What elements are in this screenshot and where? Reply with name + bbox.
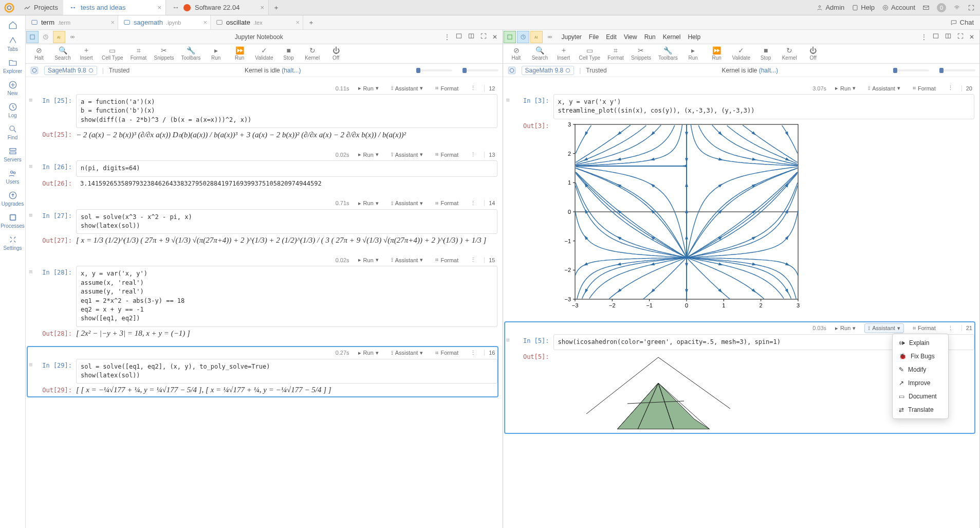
cell-more[interactable]: ⋮	[945, 84, 956, 93]
cell-format-btn[interactable]: ⌗ Format	[432, 348, 462, 358]
close-icon[interactable]: ×	[295, 19, 300, 26]
cell-run-btn[interactable]: ▸ Run ▾	[355, 198, 382, 208]
cell-run-btn[interactable]: ▸ Run ▾	[831, 323, 859, 333]
cell-run-btn[interactable]: ▸ Run ▾	[355, 150, 382, 159]
mode-chip-2[interactable]	[40, 31, 52, 43]
fullscreen-icon[interactable]	[968, 4, 975, 11]
tb-off[interactable]: ⏻Off	[326, 45, 346, 62]
more-icon[interactable]: ⋮	[443, 32, 451, 42]
layout-split-icon[interactable]	[944, 31, 953, 42]
add-project-tab[interactable]: ＋	[269, 3, 284, 12]
layout-split-icon[interactable]	[467, 31, 476, 42]
cell-assistant-btn[interactable]: ⟟ Assistant ▾	[864, 83, 904, 93]
file-tab-sagemath[interactable]: sagemath.ipynb ×	[118, 15, 211, 29]
project-tab-software[interactable]: Software 22.04 ×	[166, 0, 269, 15]
mode-chip-3[interactable]: AI	[53, 31, 65, 43]
close-pane-icon[interactable]: ✕	[491, 32, 498, 42]
expand-icon[interactable]	[956, 31, 965, 42]
cell-assistant-btn[interactable]: ⟟ Assistant ▾	[387, 348, 427, 358]
rail-settings[interactable]: Settings	[0, 233, 25, 253]
cell-run-btn[interactable]: ▸ Run ▾	[355, 83, 382, 93]
menu-file[interactable]: File	[589, 33, 599, 41]
mode-chip-4[interactable]	[544, 31, 556, 43]
cell-drag-handle[interactable]: ≡	[28, 160, 37, 172]
code-input[interactable]: x, y = var('x, y') assume(x, 'real') ass…	[76, 266, 497, 326]
tb-run[interactable]: ▸Run	[683, 45, 704, 62]
menu-jupyter[interactable]: Jupyter	[562, 33, 582, 41]
cpu-slider[interactable]	[893, 69, 929, 71]
rail-explorer[interactable]: Explorer	[0, 56, 25, 76]
tb-run-all[interactable]: ⏩Run	[707, 45, 727, 62]
cell-assistant-btn[interactable]: ⟟ Assistant ▾	[864, 323, 904, 333]
mode-chip-1[interactable]	[504, 31, 516, 43]
mail-icon[interactable]	[922, 4, 930, 11]
rail-home[interactable]	[0, 19, 25, 32]
tb-run[interactable]: ▸Run	[206, 45, 226, 62]
menu-edit[interactable]: Edit	[606, 33, 617, 41]
tb-validate[interactable]: ✓Validate	[730, 45, 752, 62]
cell-format-btn[interactable]: ⌗ Format	[909, 83, 939, 93]
tb-format[interactable]: ⌗Format	[605, 45, 626, 62]
cell-format-btn[interactable]: ⌗ Format	[432, 83, 462, 93]
add-file-tab[interactable]: ＋	[303, 18, 319, 27]
cell-more[interactable]: ⋮	[467, 84, 479, 93]
tb-insert[interactable]: ＋Insert	[553, 45, 574, 62]
cell-format-btn[interactable]: ⌗ Format	[432, 150, 462, 159]
layout-single-icon[interactable]	[931, 31, 940, 42]
tb-kernel[interactable]: ↻Kernel	[779, 45, 800, 62]
cell-more[interactable]: ⋮	[467, 199, 479, 208]
notification-badge[interactable]: 0	[937, 3, 946, 12]
cell-run-btn[interactable]: ▸ Run ▾	[355, 255, 382, 265]
menu-view[interactable]: View	[624, 33, 637, 41]
assist-modify[interactable]: ✎Modify	[893, 363, 948, 376]
cell-format-btn[interactable]: ⌗ Format	[432, 198, 462, 208]
assist-translate[interactable]: ⇄Translate	[893, 403, 948, 416]
tb-run-all[interactable]: ⏩Run	[229, 45, 250, 62]
cell-more[interactable]: ⋮	[467, 349, 479, 357]
kernel-name[interactable]: SageMath 9.8	[44, 66, 97, 75]
rail-users[interactable]: Users	[0, 167, 25, 187]
cell-drag-handle[interactable]: ≡	[28, 266, 37, 278]
tb-toolbars[interactable]: 🔧Toolbars	[179, 45, 202, 62]
mem-slider[interactable]	[939, 69, 975, 71]
tb-snippets[interactable]: ✂Snippets	[152, 45, 176, 62]
tb-search[interactable]: 🔍Search	[530, 45, 550, 62]
expand-icon[interactable]	[479, 31, 488, 42]
code-input[interactable]: x, y = var('x y') streamline_plot((sin(x…	[553, 94, 975, 119]
menu-run[interactable]: Run	[644, 33, 656, 41]
app-logo[interactable]	[2, 1, 16, 15]
menu-help[interactable]: Help	[688, 33, 700, 41]
cell-run-btn[interactable]: ▸ Run ▾	[831, 83, 859, 93]
cell-format-btn[interactable]: ⌗ Format	[909, 323, 939, 333]
file-tab-oscillate[interactable]: oscillate.tex ×	[211, 15, 303, 29]
help-link[interactable]: Help	[852, 4, 875, 11]
cell-assistant-btn[interactable]: ⟟ Assistant ▾	[387, 150, 427, 159]
cell-assistant-btn[interactable]: ⟟ Assistant ▾	[387, 198, 427, 208]
tb-search[interactable]: 🔍Search	[52, 45, 73, 62]
cell-more[interactable]: ⋮	[467, 150, 479, 159]
tb-halt[interactable]: ⊘Halt	[506, 45, 527, 62]
rail-new[interactable]: New	[0, 78, 25, 98]
account-link[interactable]: Account	[882, 4, 915, 11]
tb-off[interactable]: ⏻Off	[803, 45, 823, 62]
cell-drag-handle[interactable]: ≡	[505, 334, 514, 346]
cell-assistant-btn[interactable]: ⟟ Assistant ▾	[387, 255, 427, 265]
tb-insert[interactable]: ＋Insert	[76, 45, 97, 62]
cell-assistant-btn[interactable]: ⟟ Assistant ▾	[387, 83, 427, 93]
close-icon[interactable]: ×	[203, 19, 207, 26]
layout-single-icon[interactable]	[454, 31, 464, 42]
tb-celltype[interactable]: ▭Cell Type	[577, 45, 603, 62]
assist-fixbugs[interactable]: 🐞Fix Bugs	[893, 350, 948, 363]
cell-more[interactable]: ⋮	[945, 324, 956, 333]
cell-drag-handle[interactable]: ≡	[28, 209, 37, 221]
close-icon[interactable]: ×	[157, 4, 161, 11]
rail-log[interactable]: Log	[0, 100, 25, 120]
tb-toolbars[interactable]: 🔧Toolbars	[656, 45, 680, 62]
code-input[interactable]: n(pi, digits=64)	[76, 160, 497, 176]
kernel-name[interactable]: SageMath 9.8	[522, 66, 575, 75]
assist-improve[interactable]: ↗Improve	[893, 376, 948, 390]
mode-chip-4[interactable]	[66, 31, 79, 43]
projects-link[interactable]: Projects	[19, 0, 63, 15]
mode-chip-1[interactable]	[26, 31, 39, 43]
assist-document[interactable]: ▭Document	[893, 390, 948, 403]
